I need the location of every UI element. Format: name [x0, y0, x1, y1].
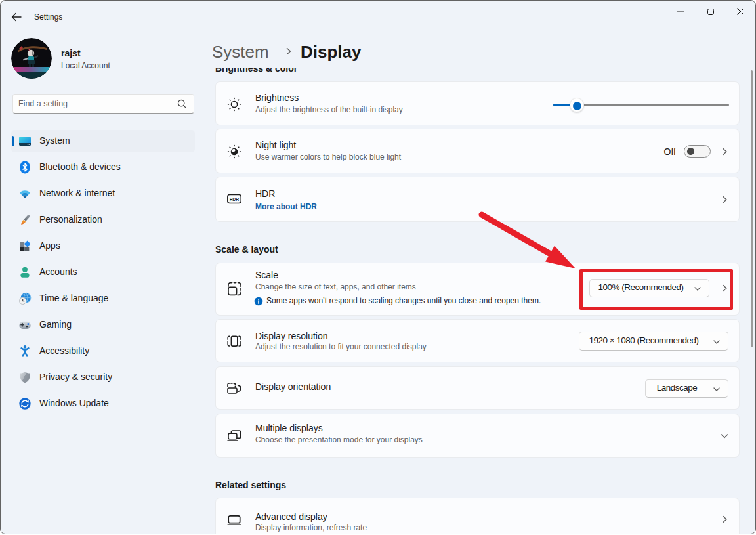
svg-text:HDR: HDR: [230, 197, 240, 202]
